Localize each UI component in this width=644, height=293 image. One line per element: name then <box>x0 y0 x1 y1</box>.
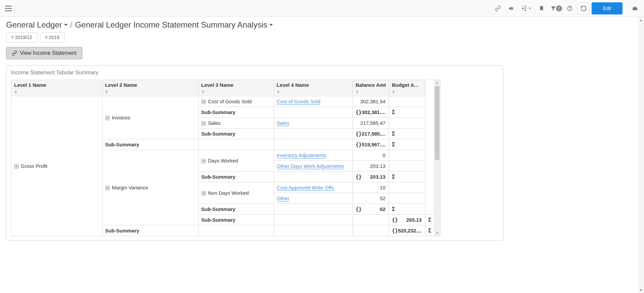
cell-level3: Non Days Worked <box>208 190 249 196</box>
collapse-icon[interactable] <box>201 191 206 196</box>
cell-level3: Cost of Goods Sold <box>208 99 252 104</box>
link-cogs[interactable]: Cost of Goods Sold <box>277 99 320 105</box>
cell-balance: 52 <box>353 193 389 204</box>
table-header-row: Level 1 Name▲▼ Level 2 Name▲▼ Level 3 Na… <box>11 80 434 96</box>
cell-balance: 302,381.54 <box>353 96 389 107</box>
filter-chip-period[interactable]: = 2019/12 <box>6 32 37 42</box>
link-sales[interactable]: Sales <box>277 120 290 126</box>
scroll-down-icon[interactable]: ▼ <box>434 230 440 236</box>
filter-chip-year[interactable]: = 2019 <box>40 32 65 42</box>
sub-summary-label: Sub-Summary <box>199 215 274 225</box>
edit-button[interactable]: Edit <box>592 2 622 14</box>
caret-down-icon <box>64 24 68 26</box>
bookmark-icon[interactable] <box>536 3 547 14</box>
col-header-level2[interactable]: Level 2 Name▲▼ <box>102 80 198 96</box>
page-scrollbar[interactable]: ▲ ▼ <box>638 17 644 293</box>
braces-icon: {} <box>355 174 361 180</box>
sort-icon[interactable]: ▲▼ <box>355 90 386 94</box>
cell-balance: 0 <box>353 150 389 161</box>
view-income-statement-button[interactable]: View Income Statement <box>6 47 82 59</box>
cell-level2: Margin Variance <box>112 185 148 190</box>
sigma-icon: Σ <box>428 228 431 233</box>
cell-balance: 203.13 <box>361 174 385 180</box>
filter-icon[interactable]: 2 <box>549 3 562 14</box>
cell-balance: 10 <box>353 182 389 193</box>
col-header-balance[interactable]: Balance Amt▲▼ <box>353 80 389 96</box>
sort-icon[interactable]: ▲▼ <box>14 90 99 94</box>
sub-summary-label: Sub-Summary <box>199 107 274 118</box>
summary-table: Level 1 Name▲▼ Level 2 Name▲▼ Level 3 Na… <box>11 80 434 236</box>
sub-summary-label: Sub-Summary <box>199 172 274 182</box>
cell-balance: 217,585.... <box>361 131 385 137</box>
col-header-budget[interactable]: Budget A...▲▼ <box>389 80 425 96</box>
table-row: Gross Profit Invoices Cost of Goods Sold… <box>11 96 434 107</box>
top-toolbar: ▼ 2 Edit <box>0 0 644 17</box>
export-icon[interactable]: ▼ <box>519 3 534 14</box>
help-icon[interactable] <box>564 3 575 14</box>
cell-balance: 62 <box>361 206 385 212</box>
link-icon <box>12 50 17 56</box>
breadcrumb-separator: / <box>70 20 73 30</box>
cell-balance: 302,381.... <box>361 109 385 115</box>
cell-level2: Invoices <box>112 115 130 120</box>
scroll-up-icon[interactable]: ▲ <box>638 17 644 23</box>
breadcrumb: General Ledger / General Ledger Income S… <box>6 20 638 30</box>
briefcase-icon[interactable] <box>629 3 641 14</box>
breadcrumb-root-label: General Ledger <box>6 20 62 30</box>
sub-summary-label: Sub-Summary <box>199 204 274 215</box>
view-button-label: View Income Statement <box>20 50 77 56</box>
scroll-down-icon[interactable]: ▼ <box>638 287 644 293</box>
breadcrumb-current[interactable]: General Ledger Income Statement Summary … <box>75 20 272 30</box>
announce-icon[interactable] <box>506 3 517 14</box>
sort-icon[interactable]: ▲▼ <box>392 90 422 94</box>
sort-icon[interactable]: ▲▼ <box>105 90 196 94</box>
link-inventory-adjustments[interactable]: Inventory Adjustments <box>277 152 327 158</box>
cell-balance: 203.13 <box>353 161 389 172</box>
sub-summary-label: Sub-Summary <box>102 139 198 150</box>
sub-summary-label: Sub-Summary <box>102 225 198 236</box>
sort-icon[interactable]: ▲▼ <box>277 90 350 94</box>
summary-panel: Income Statement Tabular Summary Level 1… <box>6 65 503 241</box>
breadcrumb-current-label: General Ledger Income Statement Summary … <box>75 20 267 30</box>
scroll-up-icon[interactable]: ▲ <box>434 80 440 85</box>
braces-icon: {} <box>355 131 361 137</box>
collapse-icon[interactable] <box>105 186 110 190</box>
collapse-icon[interactable] <box>201 121 206 126</box>
sigma-icon: Σ <box>392 206 395 212</box>
col-header-level3[interactable]: Level 3 Name▲▼ <box>199 80 274 96</box>
hamburger-menu-icon[interactable] <box>3 3 15 14</box>
cell-balance: 265.13 <box>398 217 422 223</box>
cell-level3: Days Worked <box>208 158 238 163</box>
caret-down-icon <box>269 24 273 26</box>
cell-balance: 520,232.... <box>398 228 422 233</box>
scroll-thumb[interactable] <box>435 86 439 160</box>
collapse-icon[interactable] <box>201 159 206 163</box>
filters-row: = 2019/12 = 2019 <box>6 32 638 42</box>
sigma-icon: Σ <box>428 217 431 223</box>
cell-level1: Gross Profit <box>21 163 47 169</box>
history-button[interactable] <box>577 2 590 14</box>
sigma-icon: Σ <box>392 174 395 180</box>
link-icon[interactable] <box>492 3 504 14</box>
sub-summary-label: Sub-Summary <box>199 129 274 139</box>
collapse-icon[interactable] <box>201 100 206 104</box>
col-header-level4[interactable]: Level 4 Name▲▼ <box>274 80 353 96</box>
breadcrumb-root[interactable]: General Ledger <box>6 20 68 30</box>
sigma-icon: Σ <box>392 142 395 147</box>
panel-title: Income Statement Tabular Summary <box>11 70 498 76</box>
braces-icon: {} <box>355 109 361 115</box>
svg-point-1 <box>570 9 570 10</box>
collapse-icon[interactable] <box>14 164 19 169</box>
table-scrollbar[interactable]: ▲ ▼ <box>434 80 440 236</box>
sort-icon[interactable]: ▲▼ <box>201 90 271 94</box>
sigma-icon: Σ <box>392 109 395 115</box>
link-corp-writeoffs[interactable]: Corp Approved Write Offs <box>277 185 334 191</box>
braces-icon: {} <box>392 228 398 234</box>
collapse-icon[interactable] <box>105 116 110 120</box>
link-other[interactable]: Other <box>277 195 290 202</box>
link-other-days[interactable]: Other Days Work Adjustments <box>277 163 344 169</box>
braces-icon: {} <box>355 206 361 212</box>
cell-balance: 217,585.47 <box>353 118 389 129</box>
col-header-level1[interactable]: Level 1 Name▲▼ <box>11 80 102 96</box>
filter-count-badge: 2 <box>556 5 562 11</box>
